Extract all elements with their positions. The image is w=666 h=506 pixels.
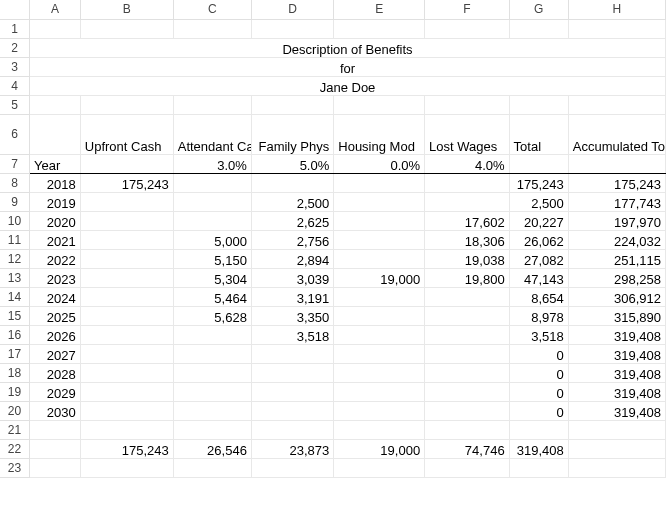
cell-acc[interactable]: 197,970	[568, 211, 665, 230]
cell-family[interactable]	[251, 173, 333, 192]
row-header[interactable]: 12	[0, 249, 30, 268]
col-header[interactable]: B	[80, 0, 173, 19]
cell-attendant[interactable]	[173, 382, 251, 401]
sum-family[interactable]: 23,873	[251, 439, 333, 458]
cell-attendant[interactable]	[173, 211, 251, 230]
row-header[interactable]: 19	[0, 382, 30, 401]
sum-total[interactable]: 319,408	[509, 439, 568, 458]
cell-year[interactable]: 2026	[30, 325, 81, 344]
row-header[interactable]: 22	[0, 439, 30, 458]
hdr-total[interactable]: Total	[509, 114, 568, 154]
cell-housing[interactable]	[334, 306, 425, 325]
row-header[interactable]: 17	[0, 344, 30, 363]
cell-lost[interactable]	[425, 325, 510, 344]
rate-family[interactable]: 5.0%	[251, 154, 333, 173]
cell-family[interactable]	[251, 401, 333, 420]
sum-attendant[interactable]: 26,546	[173, 439, 251, 458]
cell-upfront[interactable]	[80, 344, 173, 363]
cell-year[interactable]: 2018	[30, 173, 81, 192]
row-header[interactable]: 2	[0, 38, 30, 57]
cell-upfront[interactable]: 175,243	[80, 173, 173, 192]
cell-upfront[interactable]	[80, 363, 173, 382]
cell-total[interactable]: 2,500	[509, 192, 568, 211]
spreadsheet-grid[interactable]: A B C D E F G H 1 2 Description of Benef…	[0, 0, 666, 478]
row-header[interactable]: 20	[0, 401, 30, 420]
cell-housing[interactable]	[334, 325, 425, 344]
row-header[interactable]: 18	[0, 363, 30, 382]
cell-lost[interactable]: 19,800	[425, 268, 510, 287]
col-header[interactable]: G	[509, 0, 568, 19]
cell-acc[interactable]: 319,408	[568, 401, 665, 420]
hdr-housing[interactable]: Housing Mod	[334, 114, 425, 154]
cell-year[interactable]: 2020	[30, 211, 81, 230]
cell-upfront[interactable]	[80, 192, 173, 211]
cell-year[interactable]: 2028	[30, 363, 81, 382]
row-header[interactable]: 13	[0, 268, 30, 287]
cell-lost[interactable]: 17,602	[425, 211, 510, 230]
col-header[interactable]: C	[173, 0, 251, 19]
cell-family[interactable]: 3,350	[251, 306, 333, 325]
cell-year[interactable]: 2029	[30, 382, 81, 401]
cell-lost[interactable]	[425, 382, 510, 401]
cell-acc[interactable]: 306,912	[568, 287, 665, 306]
row-header[interactable]: 7	[0, 154, 30, 173]
cell-housing[interactable]	[334, 382, 425, 401]
cell-family[interactable]: 3,191	[251, 287, 333, 306]
cell-family[interactable]: 2,500	[251, 192, 333, 211]
row-header[interactable]: 1	[0, 19, 30, 38]
rate-attendant[interactable]: 3.0%	[173, 154, 251, 173]
cell-lost[interactable]	[425, 306, 510, 325]
col-header[interactable]: D	[251, 0, 333, 19]
cell-year[interactable]: 2019	[30, 192, 81, 211]
cell-family[interactable]	[251, 344, 333, 363]
rate-housing[interactable]: 0.0%	[334, 154, 425, 173]
cell-total[interactable]: 0	[509, 344, 568, 363]
cell-total[interactable]: 0	[509, 363, 568, 382]
select-all-corner[interactable]	[0, 0, 30, 19]
cell-upfront[interactable]	[80, 382, 173, 401]
cell-housing[interactable]	[334, 287, 425, 306]
cell-total[interactable]: 8,978	[509, 306, 568, 325]
row-header[interactable]: 16	[0, 325, 30, 344]
cell-upfront[interactable]	[80, 401, 173, 420]
sum-upfront[interactable]: 175,243	[80, 439, 173, 458]
title-for[interactable]: for	[30, 57, 666, 76]
row-header[interactable]: 9	[0, 192, 30, 211]
cell-total[interactable]: 0	[509, 401, 568, 420]
col-header[interactable]: H	[568, 0, 665, 19]
cell-lost[interactable]	[425, 287, 510, 306]
cell-upfront[interactable]	[80, 249, 173, 268]
cell-total[interactable]: 20,227	[509, 211, 568, 230]
cell-lost[interactable]	[425, 363, 510, 382]
cell-housing[interactable]	[334, 230, 425, 249]
cell-attendant[interactable]	[173, 192, 251, 211]
hdr-upfront[interactable]: Upfront Cash	[80, 114, 173, 154]
cell-attendant[interactable]	[173, 401, 251, 420]
cell-year[interactable]: 2022	[30, 249, 81, 268]
hdr-year[interactable]: Year	[30, 154, 81, 173]
cell-attendant[interactable]: 5,000	[173, 230, 251, 249]
title-description[interactable]: Description of Benefits	[30, 38, 666, 57]
cell-family[interactable]: 2,756	[251, 230, 333, 249]
cell-family[interactable]: 2,625	[251, 211, 333, 230]
cell-total[interactable]: 8,654	[509, 287, 568, 306]
cell-year[interactable]: 2027	[30, 344, 81, 363]
hdr-attendant[interactable]: Attendant Care	[173, 114, 251, 154]
cell-attendant[interactable]	[173, 173, 251, 192]
row-header[interactable]: 6	[0, 114, 30, 154]
cell-acc[interactable]: 224,032	[568, 230, 665, 249]
cell-upfront[interactable]	[80, 306, 173, 325]
cell-lost[interactable]	[425, 344, 510, 363]
cell-acc[interactable]: 298,258	[568, 268, 665, 287]
cell-upfront[interactable]	[80, 325, 173, 344]
sum-lost[interactable]: 74,746	[425, 439, 510, 458]
cell-housing[interactable]: 19,000	[334, 268, 425, 287]
cell-attendant[interactable]: 5,628	[173, 306, 251, 325]
cell-family[interactable]	[251, 382, 333, 401]
row-header[interactable]: 8	[0, 173, 30, 192]
cell-year[interactable]: 2023	[30, 268, 81, 287]
row-header[interactable]: 23	[0, 458, 30, 477]
cell[interactable]	[30, 19, 81, 38]
cell-acc[interactable]: 175,243	[568, 173, 665, 192]
cell-total[interactable]: 3,518	[509, 325, 568, 344]
